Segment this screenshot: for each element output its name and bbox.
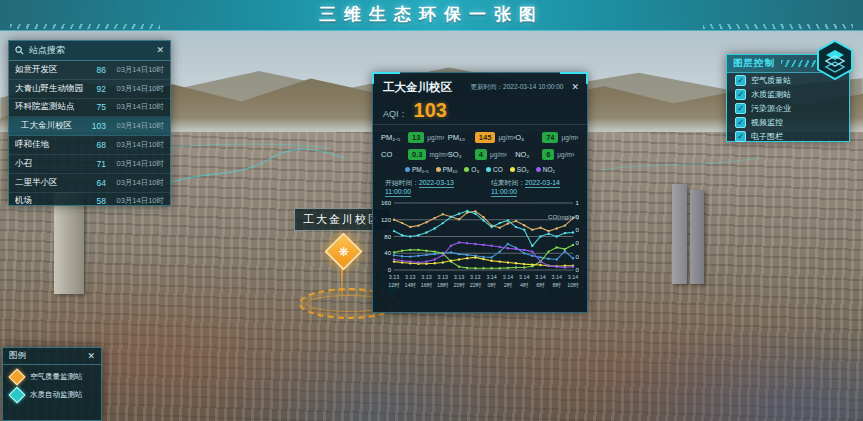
svg-text:3.14: 3.14 bbox=[486, 274, 497, 280]
station-time: 03月14日10时 bbox=[106, 178, 164, 188]
close-icon[interactable]: ✕ bbox=[571, 83, 579, 92]
layer-item[interactable]: ✓视频监控 bbox=[727, 116, 849, 129]
layer-item[interactable]: ✓污染源企业 bbox=[727, 102, 849, 115]
checkbox-icon[interactable]: ✓ bbox=[735, 131, 746, 142]
legend-dot-icon bbox=[436, 167, 441, 172]
checkbox-icon[interactable]: ✓ bbox=[735, 89, 746, 100]
station-time: 03月14日10时 bbox=[106, 121, 164, 131]
pollutant-unit: mg/m³ bbox=[429, 151, 447, 158]
detail-header: 工大金川校区 更新时间：2022-03-14 10:00:00 ✕ bbox=[373, 73, 587, 97]
station-aqi: 64 bbox=[84, 178, 106, 188]
legend-item[interactable]: SO₂ bbox=[510, 166, 529, 173]
pollutant-value-badge: 6 bbox=[542, 149, 554, 160]
svg-text:14时: 14时 bbox=[405, 282, 417, 288]
layer-label: 水质监测站 bbox=[751, 89, 791, 100]
legend-items: 空气质量监测站水质自动监测站 bbox=[3, 365, 101, 401]
legend-dot-icon bbox=[464, 167, 469, 172]
chart-legend: PM₂.₅PM₁₀O₃COSO₂NO₂ bbox=[373, 162, 587, 175]
station-name: 如意开发区 bbox=[15, 64, 84, 76]
svg-text:0时: 0时 bbox=[487, 282, 496, 288]
station-row[interactable]: 环科院监测站点7503月14日10时 bbox=[9, 99, 170, 118]
station-row[interactable]: 小召7103月14日10时 bbox=[9, 155, 170, 174]
svg-text:0.6: 0.6 bbox=[576, 227, 580, 233]
checkbox-icon[interactable]: ✓ bbox=[735, 103, 746, 114]
pollutant-value-badge: 4 bbox=[475, 149, 487, 160]
station-list-header: 站点搜索 ✕ bbox=[9, 41, 170, 61]
svg-text:3.13: 3.13 bbox=[454, 274, 465, 280]
station-aqi: 71 bbox=[84, 159, 106, 169]
legend-item[interactable]: CO bbox=[486, 166, 503, 173]
close-icon[interactable]: ✕ bbox=[156, 46, 164, 55]
station-name: 二里半小区 bbox=[15, 177, 84, 189]
station-time: 03月14日10时 bbox=[106, 159, 164, 169]
marker-glyph-icon: ❋ bbox=[332, 240, 355, 263]
layers-hexagon-icon[interactable] bbox=[816, 40, 854, 80]
legend-row-label: 水质自动监测站 bbox=[30, 390, 83, 400]
pollutant-unit: μg/m³ bbox=[561, 134, 578, 141]
svg-text:160: 160 bbox=[381, 200, 392, 206]
pollutant-name: CO bbox=[381, 150, 405, 159]
checkbox-icon[interactable]: ✓ bbox=[735, 117, 746, 128]
pollutant-reading: O₃74μg/m³ bbox=[515, 132, 581, 143]
station-row[interactable]: 工大金川校区10303月14日10时 bbox=[9, 117, 170, 136]
station-aqi: 68 bbox=[84, 140, 106, 150]
pollutant-reading: PM₂.₅13μg/m³ bbox=[381, 132, 448, 143]
svg-text:1: 1 bbox=[576, 200, 580, 206]
legend-item[interactable]: NO₂ bbox=[536, 166, 555, 173]
layer-item[interactable]: ✓水质监测站 bbox=[727, 88, 849, 101]
pollutant-value-badge: 145 bbox=[475, 132, 496, 143]
map-legend-panel: 图例 ✕ 空气质量监测站水质自动监测站 bbox=[2, 347, 102, 421]
layer-item[interactable]: ✓电子围栏 bbox=[727, 130, 849, 143]
station-time: 03月14日10时 bbox=[106, 102, 164, 112]
svg-text:3.14: 3.14 bbox=[535, 274, 546, 280]
pollutant-value-badge: 13 bbox=[408, 132, 424, 143]
svg-text:4时: 4时 bbox=[520, 282, 529, 288]
layer-label: 电子围栏 bbox=[751, 131, 783, 142]
station-aqi: 103 bbox=[84, 121, 106, 131]
svg-text:3.13: 3.13 bbox=[470, 274, 481, 280]
app-root: 工大金川校区 ❋ 三维生态环保一张图 站点搜索 ✕ 如意开发区8603月14日1… bbox=[0, 0, 863, 421]
checkbox-icon[interactable]: ✓ bbox=[735, 75, 746, 86]
svg-text:80: 80 bbox=[384, 234, 391, 240]
station-diamond-icon bbox=[9, 387, 26, 404]
pollutant-readings: PM₂.₅13μg/m³PM₁₀145μg/m³O₃74μg/m³CO0.3mg… bbox=[373, 125, 587, 162]
page-title: 三维生态环保一张图 bbox=[0, 0, 863, 30]
aqi-row: AQI： 103 bbox=[373, 97, 587, 125]
update-time: 更新时间：2022-03-14 10:00:00 bbox=[452, 83, 571, 92]
pollutant-reading: CO0.3mg/m³ bbox=[381, 149, 448, 160]
svg-text:8时: 8时 bbox=[553, 282, 562, 288]
pollutant-reading: SO₂4μg/m³ bbox=[448, 149, 515, 160]
station-time: 03月14日10时 bbox=[106, 140, 164, 150]
legend-item[interactable]: PM₁₀ bbox=[436, 166, 458, 173]
building-tower bbox=[672, 184, 687, 284]
pollutant-unit: μg/m³ bbox=[427, 134, 444, 141]
legend-item[interactable]: PM₂.₅ bbox=[405, 166, 429, 173]
station-row[interactable]: 机场5803月14日10时 bbox=[9, 193, 170, 212]
station-name: 环科院监测站点 bbox=[15, 101, 84, 113]
svg-text:12时: 12时 bbox=[388, 282, 400, 288]
station-row[interactable]: 二里半小区6403月14日10时 bbox=[9, 174, 170, 193]
legend-dot-icon bbox=[486, 167, 491, 172]
legend-item[interactable]: O₃ bbox=[464, 166, 479, 173]
station-aqi: 75 bbox=[84, 102, 106, 112]
svg-text:6时: 6时 bbox=[536, 282, 545, 288]
pollutant-name: PM₂.₅ bbox=[381, 133, 405, 142]
svg-text:16时: 16时 bbox=[421, 282, 433, 288]
station-name: 大青山野生动物园 bbox=[15, 83, 84, 95]
legend-label: PM₂.₅ bbox=[412, 166, 429, 173]
svg-text:0: 0 bbox=[576, 267, 580, 273]
legend-dot-icon bbox=[510, 167, 515, 172]
station-name: 小召 bbox=[15, 158, 84, 170]
svg-text:0.4: 0.4 bbox=[576, 240, 580, 246]
station-row[interactable]: 如意开发区8603月14日10时 bbox=[9, 61, 170, 80]
station-name: 工大金川校区 bbox=[15, 120, 84, 132]
close-icon[interactable]: ✕ bbox=[87, 352, 95, 361]
pollutant-unit: μg/m³ bbox=[557, 151, 574, 158]
pollutant-value-badge: 0.3 bbox=[408, 149, 426, 160]
station-row[interactable]: 大青山野生动物园9203月14日10时 bbox=[9, 80, 170, 99]
station-aqi: 58 bbox=[84, 196, 106, 206]
legend-row: 空气质量监测站 bbox=[3, 365, 101, 383]
search-icon[interactable] bbox=[15, 46, 24, 55]
svg-text:3.14: 3.14 bbox=[568, 274, 579, 280]
station-row[interactable]: 呼和佳地6803月14日10时 bbox=[9, 136, 170, 155]
